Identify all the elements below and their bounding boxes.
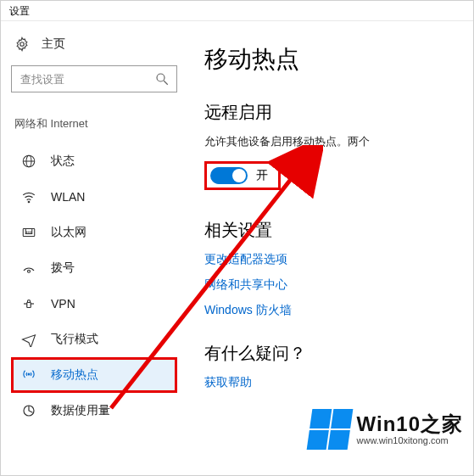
data-usage-icon [20,402,37,419]
watermark-url: www.win10xitong.com [357,436,463,445]
sidebar-item-label: 数据使用量 [51,403,110,418]
sidebar-item-label: 拨号 [51,260,75,276]
svg-point-0 [20,42,25,47]
related-links: 更改适配器选项 网络和共享中心 Windows 防火墙 [204,252,473,318]
sidebar-item-label: VPN [51,297,75,311]
window-title: 设置 [1,1,473,21]
sidebar-item-label: 以太网 [51,225,86,240]
related-heading: 相关设置 [204,219,473,242]
hotspot-icon [20,367,37,384]
sidebar-item-datausage[interactable]: 数据使用量 [11,393,177,428]
nav-group-title: 网络和 Internet [11,116,177,132]
dialup-icon [20,260,37,277]
windows-logo-icon [306,409,353,450]
remote-toggle[interactable] [210,167,248,184]
sidebar-item-status[interactable]: 状态 [11,143,177,179]
watermark: Win10之家 www.win10xitong.com [304,406,468,453]
search-input[interactable] [12,66,176,92]
svg-point-6 [28,201,30,203]
sidebar-item-hotspot[interactable]: 移动热点 [11,357,177,393]
link-adapter-options[interactable]: 更改适配器选项 [204,252,473,267]
sidebar-item-ethernet[interactable]: 以太网 [11,215,177,250]
search-container [11,65,177,92]
watermark-brand: Win10之家 [357,414,463,434]
sidebar: 主页 网络和 Internet 状态 WLAN 以太网 [1,21,187,475]
wifi-icon [20,188,37,205]
sidebar-item-wlan[interactable]: WLAN [11,179,177,215]
help-links: 获取帮助 [204,375,473,390]
sidebar-item-label: 移动热点 [51,367,98,383]
remote-toggle-label: 开 [256,168,268,183]
sidebar-item-label: WLAN [51,190,85,204]
svg-line-2 [164,81,168,85]
svg-point-12 [28,270,31,272]
globe-icon [20,153,37,170]
svg-point-1 [157,74,165,81]
sidebar-item-dialup[interactable]: 拨号 [11,250,177,286]
remote-heading: 远程启用 [204,101,473,124]
svg-point-14 [28,373,30,375]
toggle-highlight-box: 开 [204,161,281,190]
sidebar-item-label: 状态 [51,154,75,169]
sidebar-item-airplane[interactable]: 飞行模式 [11,322,177,357]
sidebar-item-vpn[interactable]: VPN [11,286,177,322]
link-sharing-center[interactable]: 网络和共享中心 [204,277,473,293]
search-icon [154,71,170,87]
home-label: 主页 [42,36,65,52]
sidebar-item-label: 飞行模式 [51,332,98,347]
airplane-icon [20,331,37,348]
page-title: 移动热点 [204,43,473,76]
svg-rect-13 [27,303,31,308]
help-heading: 有什么疑问？ [204,342,473,365]
remote-description: 允许其他设备启用移动热点。两个 [204,134,473,149]
gear-icon [14,36,30,52]
link-firewall[interactable]: Windows 防火墙 [204,303,473,318]
ethernet-icon [20,224,37,241]
vpn-icon [20,295,37,312]
home-link[interactable]: 主页 [11,36,177,52]
link-get-help[interactable]: 获取帮助 [204,375,473,390]
